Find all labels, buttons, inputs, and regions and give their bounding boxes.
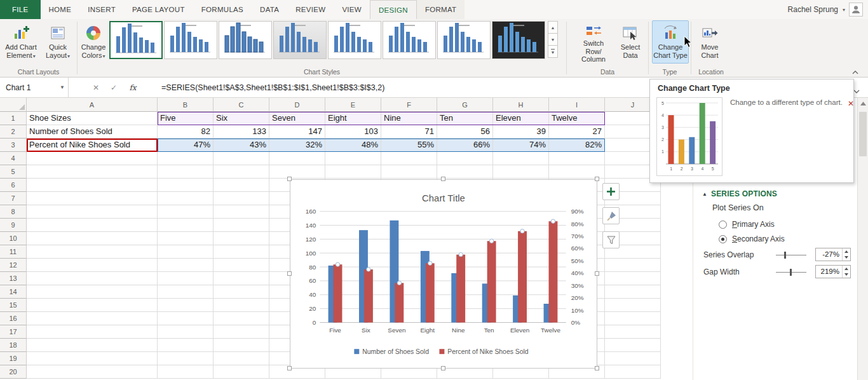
cell-B14[interactable] xyxy=(158,285,214,299)
cell-C12[interactable] xyxy=(214,259,269,272)
row-header-18[interactable]: 18 xyxy=(0,339,27,352)
cell-C20[interactable] xyxy=(214,365,269,379)
cell-A9[interactable] xyxy=(27,219,158,232)
cell-A15[interactable] xyxy=(27,299,158,312)
cell-A10[interactable] xyxy=(27,232,158,245)
cell-J14[interactable] xyxy=(605,285,661,299)
cell-B4[interactable] xyxy=(158,152,214,165)
cell-A7[interactable] xyxy=(27,192,158,205)
row-header-20[interactable]: 20 xyxy=(0,365,27,379)
row-header-13[interactable]: 13 xyxy=(0,272,27,285)
cell-D2[interactable]: 147 xyxy=(269,125,325,139)
cell-C7[interactable] xyxy=(214,192,269,205)
spin-up-button[interactable] xyxy=(843,248,850,255)
cell-B8[interactable] xyxy=(158,205,214,219)
cell-I3[interactable]: 82% xyxy=(549,139,605,152)
cell-F4[interactable] xyxy=(381,152,437,165)
cell-I1[interactable]: Twelve xyxy=(549,112,605,125)
cell-B10[interactable] xyxy=(158,232,214,245)
column-header-F[interactable]: F xyxy=(381,98,437,112)
row-header-4[interactable]: 4 xyxy=(0,152,27,165)
cell-J12[interactable] xyxy=(605,259,661,272)
row-header-16[interactable]: 16 xyxy=(0,312,27,325)
scroll-up-arrow[interactable] xyxy=(858,98,868,109)
cell-C19[interactable] xyxy=(214,352,269,365)
chart-elements-button[interactable] xyxy=(602,183,620,200)
cell-E5[interactable] xyxy=(325,165,381,179)
row-header-5[interactable]: 5 xyxy=(0,165,27,179)
row-header-6[interactable]: 6 xyxy=(0,179,27,192)
cell-B6[interactable] xyxy=(158,179,214,192)
cell-C11[interactable] xyxy=(214,245,269,259)
cell-C14[interactable] xyxy=(214,285,269,299)
chart-resize-handle[interactable] xyxy=(287,177,292,181)
column-header-D[interactable]: D xyxy=(269,98,325,112)
chart-resize-handle[interactable] xyxy=(595,366,599,370)
cell-B12[interactable] xyxy=(158,259,214,272)
cell-A4[interactable] xyxy=(27,152,158,165)
series-options-section-header[interactable]: ▲ SERIES OPTIONS xyxy=(702,189,777,198)
cell-A11[interactable] xyxy=(27,245,158,259)
row-header-14[interactable]: 14 xyxy=(0,285,27,299)
series-overlap-input[interactable]: -27% xyxy=(815,248,851,261)
cell-E4[interactable] xyxy=(325,152,381,165)
series-overlap-slider[interactable] xyxy=(776,255,806,255)
cell-E1[interactable]: Eight xyxy=(325,112,381,125)
cell-A1[interactable]: Shoe Sizes xyxy=(27,112,158,125)
spin-down-button[interactable] xyxy=(843,255,850,261)
column-header-G[interactable]: G xyxy=(437,98,493,112)
cell-B5[interactable] xyxy=(158,165,214,179)
row-header-10[interactable]: 10 xyxy=(0,232,27,245)
column-header-H[interactable]: H xyxy=(493,98,549,112)
cell-C18[interactable] xyxy=(214,339,269,352)
cell-C6[interactable] xyxy=(214,179,269,192)
spin-up-button[interactable] xyxy=(843,266,850,272)
cell-H2[interactable]: 39 xyxy=(493,125,549,139)
gap-width-slider[interactable] xyxy=(776,272,806,273)
cell-A20[interactable] xyxy=(27,365,158,379)
cell-A2[interactable]: Number of Shoes Sold xyxy=(27,125,158,139)
cell-A6[interactable] xyxy=(27,179,158,192)
column-header-A[interactable]: A xyxy=(27,98,158,112)
cell-B9[interactable] xyxy=(158,219,214,232)
cell-A17[interactable] xyxy=(27,325,158,339)
cell-F3[interactable]: 55% xyxy=(381,139,437,152)
cell-A18[interactable] xyxy=(27,339,158,352)
row-header-12[interactable]: 12 xyxy=(0,259,27,272)
select-all-corner[interactable] xyxy=(0,98,27,112)
cell-B15[interactable] xyxy=(158,299,214,312)
column-header-I[interactable]: I xyxy=(549,98,605,112)
cell-C3[interactable]: 43% xyxy=(214,139,269,152)
cell-I2[interactable]: 27 xyxy=(549,125,605,139)
cell-D1[interactable]: Seven xyxy=(269,112,325,125)
cell-C4[interactable] xyxy=(214,152,269,165)
chart-resize-handle[interactable] xyxy=(595,177,599,181)
cell-J13[interactable] xyxy=(605,272,661,285)
cell-C10[interactable] xyxy=(214,232,269,245)
cell-H1[interactable]: Eleven xyxy=(493,112,549,125)
row-header-11[interactable]: 11 xyxy=(0,245,27,259)
cell-B2[interactable]: 82 xyxy=(158,125,214,139)
column-header-C[interactable]: C xyxy=(214,98,269,112)
cell-A12[interactable] xyxy=(27,259,158,272)
chart-filters-button[interactable] xyxy=(602,231,620,248)
cell-B1[interactable]: Five xyxy=(158,112,214,125)
cell-J15[interactable] xyxy=(605,299,661,312)
radio-button-icon[interactable] xyxy=(719,235,727,243)
chart-canvas[interactable]: Chart Title0204060801001201401600%10%20%… xyxy=(290,180,597,368)
cell-B7[interactable] xyxy=(158,192,214,205)
cell-A19[interactable] xyxy=(27,352,158,365)
cell-J16[interactable] xyxy=(605,312,661,325)
spin-down-button[interactable] xyxy=(843,272,850,278)
cell-G5[interactable] xyxy=(437,165,493,179)
row-header-8[interactable]: 8 xyxy=(0,205,27,219)
cell-A13[interactable] xyxy=(27,272,158,285)
column-header-B[interactable]: B xyxy=(158,98,214,112)
row-header-9[interactable]: 9 xyxy=(0,219,27,232)
cell-J18[interactable] xyxy=(605,339,661,352)
cell-C15[interactable] xyxy=(214,299,269,312)
row-header-19[interactable]: 19 xyxy=(0,352,27,365)
cell-G2[interactable]: 56 xyxy=(437,125,493,139)
cell-B17[interactable] xyxy=(158,325,214,339)
cell-A3[interactable]: Percent of Nike Shoes Sold xyxy=(27,139,158,152)
